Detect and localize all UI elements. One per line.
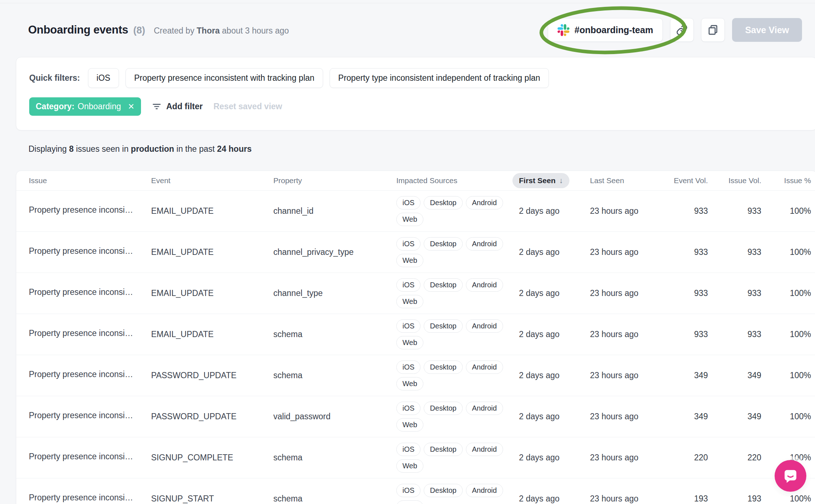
add-filter-button[interactable]: Add filter: [152, 102, 203, 111]
issue-pct-cell: 100%: [768, 231, 815, 273]
page-header: Onboarding events (8) Created by Thora a…: [0, 0, 815, 42]
issue-pct-cell: 100%: [768, 314, 815, 355]
event-vol-cell: 933: [657, 231, 714, 273]
first-seen-cell: 2 days ago: [519, 396, 590, 437]
property-cell: schema: [273, 314, 396, 355]
event-cell: EMAIL_UPDATE: [151, 314, 273, 355]
property-cell: channel_type: [273, 273, 396, 314]
first-seen-cell: 2 days ago: [519, 355, 590, 396]
property-cell: schema: [273, 478, 396, 504]
impacted-sources-cell: iOSDesktopAndroidWeb: [396, 478, 519, 504]
column-header-last-seen[interactable]: Last Seen: [590, 171, 657, 190]
source-pill: Web: [396, 418, 423, 432]
issue-row[interactable]: Property presence inconsi… SIGNUP_COMPLE…: [16, 437, 815, 478]
column-header-issue-vol[interactable]: Issue Vol.: [714, 171, 768, 190]
chip-key: Category:: [36, 102, 74, 111]
slack-channel-button[interactable]: #onboarding-team: [548, 18, 663, 42]
issues-table-body: Property presence inconsi… EMAIL_UPDATE …: [16, 190, 815, 504]
issue-row[interactable]: Property presence inconsi… SIGNUP_START …: [16, 478, 815, 504]
issue-pct-cell: 100%: [768, 273, 815, 314]
last-seen-cell: 23 hours ago: [590, 273, 657, 314]
issue-row[interactable]: Property presence inconsi… EMAIL_UPDATE …: [16, 190, 815, 231]
summary-line: Displaying 8 issues seen in production i…: [28, 144, 815, 154]
issue-pct-cell: 100%: [768, 396, 815, 437]
source-pill: Desktop: [424, 196, 462, 209]
chat-launcher-button[interactable]: [775, 460, 806, 492]
duplicate-view-button[interactable]: [701, 18, 725, 42]
filter-lines-icon: [152, 102, 162, 111]
source-pill: Desktop: [424, 402, 462, 415]
event-vol-cell: 933: [657, 273, 714, 314]
source-pill: Desktop: [424, 278, 462, 292]
source-pill: Desktop: [424, 443, 462, 456]
impacted-sources-cell: iOSDesktopAndroidWeb: [396, 273, 519, 314]
quick-filter-property-type[interactable]: Property type inconsistent independent o…: [330, 68, 549, 88]
column-header-property[interactable]: Property: [273, 171, 396, 190]
first-seen-cell: 2 days ago: [519, 478, 590, 504]
issue-cell: Property presence inconsi…: [16, 396, 151, 437]
column-header-first-seen[interactable]: First Seen ↓: [519, 171, 590, 190]
summary-prefix: Displaying: [28, 144, 67, 154]
column-header-event-vol[interactable]: Event Vol.: [657, 171, 714, 190]
source-pill: iOS: [396, 402, 420, 415]
slack-channel-label: #onboarding-team: [574, 25, 653, 35]
column-header-event[interactable]: Event: [151, 171, 273, 190]
issue-vol-cell: 933: [714, 314, 768, 355]
source-pill: iOS: [396, 196, 420, 209]
category-filter-chip[interactable]: Category: Onboarding ✕: [29, 97, 141, 116]
copy-link-button[interactable]: [670, 18, 694, 42]
property-cell: schema: [273, 355, 396, 396]
source-pill: Android: [466, 278, 503, 292]
first-seen-sort-pill[interactable]: First Seen ↓: [512, 173, 569, 188]
issue-cell: Property presence inconsi…: [16, 190, 151, 231]
created-by-prefix: Created by: [154, 26, 194, 35]
summary-count: 8: [69, 144, 74, 154]
active-filters-row: Category: Onboarding ✕ Add filter Reset …: [29, 97, 804, 116]
first-seen-cell: 2 days ago: [519, 231, 590, 273]
close-icon[interactable]: ✕: [128, 103, 135, 111]
issue-row[interactable]: Property presence inconsi… EMAIL_UPDATE …: [16, 231, 815, 273]
quick-filter-ios[interactable]: iOS: [88, 68, 119, 88]
last-seen-cell: 23 hours ago: [590, 396, 657, 437]
first-seen-cell: 2 days ago: [519, 314, 590, 355]
property-cell: channel_privacy_type: [273, 231, 396, 273]
sort-descending-icon: ↓: [559, 176, 563, 185]
column-header-impacted-sources[interactable]: Impacted Sources: [396, 171, 519, 190]
last-seen-cell: 23 hours ago: [590, 314, 657, 355]
event-cell: EMAIL_UPDATE: [151, 231, 273, 273]
source-pill: Web: [396, 295, 423, 308]
issue-pct-cell: 100%: [768, 190, 815, 231]
source-pill: Android: [466, 319, 503, 333]
event-cell: EMAIL_UPDATE: [151, 190, 273, 231]
header-actions: #onboarding-team Save View: [548, 18, 802, 42]
source-pill: Android: [466, 484, 503, 497]
issue-pct-cell: 100%: [768, 355, 815, 396]
save-view-button[interactable]: Save View: [732, 18, 802, 42]
source-pill: Web: [396, 459, 423, 473]
event-vol-cell: 220: [657, 437, 714, 478]
issue-row[interactable]: Property presence inconsi… EMAIL_UPDATE …: [16, 273, 815, 314]
summary-mid1: issues seen in: [76, 144, 129, 154]
source-pill: iOS: [396, 237, 420, 251]
reset-saved-view-button[interactable]: Reset saved view: [213, 102, 282, 111]
source-pill: iOS: [396, 278, 420, 292]
property-cell: valid_password: [273, 396, 396, 437]
source-pill: Web: [396, 336, 423, 349]
issue-vol-cell: 349: [714, 396, 768, 437]
source-pill: iOS: [396, 484, 420, 497]
source-pill: Desktop: [424, 237, 462, 251]
source-pill: Web: [396, 377, 423, 390]
impacted-sources-cell: iOSDesktopAndroidWeb: [396, 314, 519, 355]
issue-row[interactable]: Property presence inconsi… PASSWORD_UPDA…: [16, 355, 815, 396]
quick-filter-property-presence[interactable]: Property presence inconsistent with trac…: [125, 68, 323, 88]
issues-table: Issue Event Property Impacted Sources Fi…: [16, 171, 815, 504]
issue-row[interactable]: Property presence inconsi… EMAIL_UPDATE …: [16, 314, 815, 355]
source-pill: Desktop: [424, 484, 462, 497]
column-header-issue[interactable]: Issue: [16, 171, 151, 190]
summary-environment: production: [131, 144, 174, 154]
created-by-name: Thora: [197, 26, 220, 35]
event-cell: EMAIL_UPDATE: [151, 273, 273, 314]
event-vol-cell: 349: [657, 355, 714, 396]
issue-row[interactable]: Property presence inconsi… PASSWORD_UPDA…: [16, 396, 815, 437]
column-header-issue-pct[interactable]: Issue %: [768, 171, 815, 190]
